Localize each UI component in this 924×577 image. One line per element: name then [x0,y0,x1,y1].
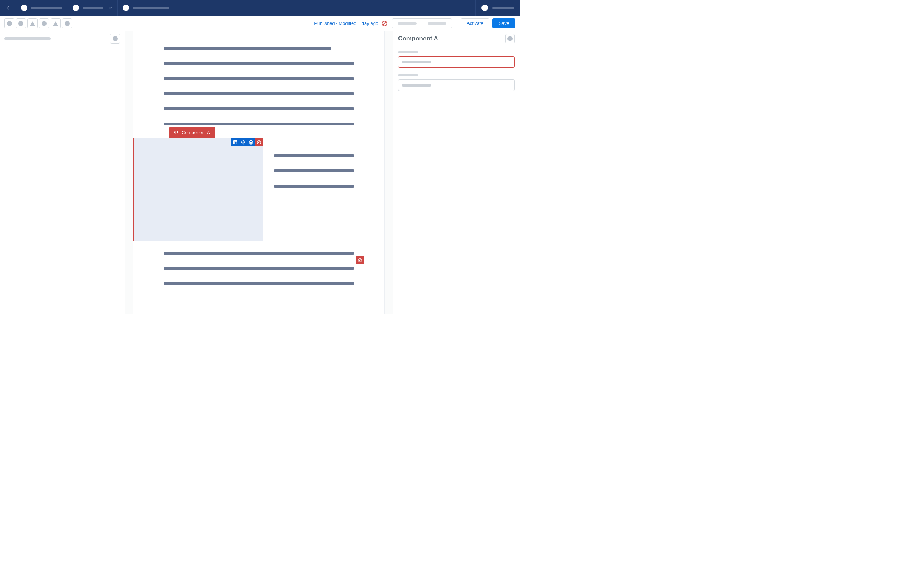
back-button[interactable] [0,0,16,16]
header-right[interactable] [475,0,520,16]
app-header [0,0,520,16]
text-line [274,185,354,187]
text-line [274,169,354,172]
triangle-icon [30,21,35,26]
triangle-icon [53,21,58,26]
prohibit-icon [381,20,388,27]
circle-icon [507,36,512,41]
component-error-button[interactable] [255,138,263,146]
field-placeholder [402,61,431,63]
header-avatar-1 [21,5,27,11]
selected-component-wrapper: Component A [133,138,354,241]
header-text-3 [133,7,169,9]
left-panel-header [0,31,124,46]
svg-line-10 [359,259,361,261]
selected-component[interactable] [133,138,263,241]
property-panel-header: Component A [393,31,520,46]
canvas-error-badge[interactable] [356,256,364,264]
property-panel-action-button[interactable] [505,34,515,43]
svg-line-1 [383,22,386,25]
prohibit-icon [358,258,362,263]
property-field-1[interactable] [398,56,515,68]
view-toggle-2[interactable] [422,19,452,28]
save-button[interactable]: Save [492,18,515,29]
toolbar: Published · Modified 1 day ago Activate … [0,16,520,31]
property-label-1 [398,51,418,53]
circle-icon [42,21,47,26]
left-panel [0,31,125,314]
header-avatar-user [481,5,488,11]
header-avatar-2 [73,5,79,11]
toolbar-button-5[interactable] [50,18,61,29]
text-line [163,252,354,255]
placeholder-text [428,23,446,24]
component-layout-button[interactable] [231,138,239,146]
property-panel: Component A [393,31,520,314]
text-line [163,267,354,270]
text-line [163,108,354,110]
header-user-name [492,7,514,9]
view-toggle [392,18,452,29]
component-toolbar [231,138,263,146]
wrapped-text [274,154,354,200]
header-text-2 [82,7,103,9]
property-panel-title: Component A [398,35,438,42]
toolbar-button-4[interactable] [39,18,49,29]
property-label-2 [398,74,418,76]
property-panel-body [393,46,520,96]
activate-button[interactable]: Activate [460,18,489,29]
text-line [163,122,354,126]
left-panel-action-button[interactable] [110,34,120,44]
text-line [163,92,354,95]
component-delete-button[interactable] [247,138,255,146]
header-avatar-3 [123,5,129,11]
status-warning-icon[interactable] [381,20,388,27]
megaphone-icon [173,129,179,135]
move-icon [241,140,246,145]
chevron-down-icon [108,6,112,10]
layout-icon [233,140,237,145]
prohibit-icon [257,140,261,145]
text-line [163,77,354,80]
component-move-button[interactable] [239,138,247,146]
field-placeholder [402,84,431,87]
view-toggle-1[interactable] [393,19,422,28]
svg-rect-2 [233,140,237,144]
text-line [163,282,354,285]
header-section-1[interactable] [16,0,68,16]
text-line [163,47,331,50]
circle-icon [65,21,69,26]
text-line [274,154,354,157]
toolbar-button-1[interactable] [4,18,15,29]
header-section-3[interactable] [118,0,174,16]
circle-icon [7,21,12,26]
toolbar-button-3[interactable] [27,18,37,29]
circle-icon [113,36,118,41]
publish-status: Published · Modified 1 day ago [314,21,378,26]
svg-line-8 [258,141,260,143]
toolbar-button-6[interactable] [62,18,72,29]
toolbar-button-2[interactable] [16,18,26,29]
trash-icon [249,140,254,145]
main: Component A [0,31,520,314]
component-label-badge[interactable]: Component A [169,127,215,138]
header-text-1 [31,7,62,9]
editor-canvas[interactable]: Component A [125,31,393,314]
text-line [163,62,354,65]
left-panel-title [4,37,50,40]
placeholder-text [398,23,417,24]
circle-icon [18,21,23,26]
header-section-2[interactable] [68,0,118,16]
page-content: Component A [133,31,385,314]
component-label-text: Component A [181,130,210,135]
chevron-left-icon [5,5,10,10]
property-field-2[interactable] [398,79,515,91]
